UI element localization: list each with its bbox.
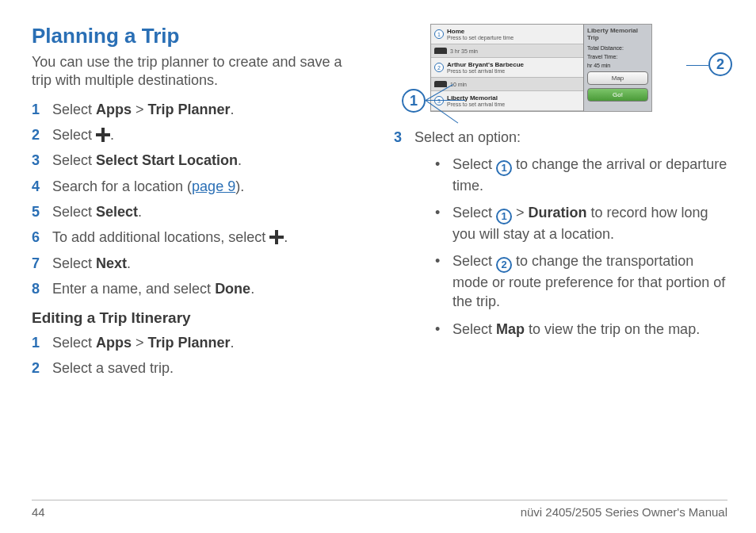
callout-2: 2 [708,52,732,76]
map-button[interactable]: Map [587,71,648,85]
editing-steps: 1Select Apps > Trip Planner. 2Select a s… [32,333,365,378]
right-steps: 3 Select an option: Select 1 to change t… [394,128,727,347]
callout-1: 1 [402,89,426,113]
manual-title: nüvi 2405/2505 Series Owner's Manual [521,505,727,519]
plus-icon [269,230,284,244]
section-title: Planning a Trip [32,24,365,48]
callout-ref-2: 2 [496,257,512,273]
callout-ref-1: 1 [496,160,512,176]
intro-text: You can use the trip planner to create a… [32,53,365,90]
device-screenshot: 1 2 1HomePress to set departure time 3 h… [402,24,727,112]
page-number: 44 [32,505,45,519]
page-link[interactable]: page 9 [192,178,235,194]
car-icon [434,48,447,54]
left-column: Planning a Trip You can use the trip pla… [32,24,365,484]
page-footer: 44 nüvi 2405/2505 Series Owner's Manual [32,500,727,519]
car-icon [434,81,447,87]
callout-ref-1: 1 [496,209,512,224]
planning-steps: 1Select Apps > Trip Planner. 2Select . 3… [32,100,365,298]
subsection-title: Editing a Trip Itinerary [32,309,365,327]
go-button[interactable]: Go! [587,88,648,102]
right-column: 1 2 1HomePress to set departure time 3 h… [394,24,727,484]
plus-icon [96,128,110,142]
